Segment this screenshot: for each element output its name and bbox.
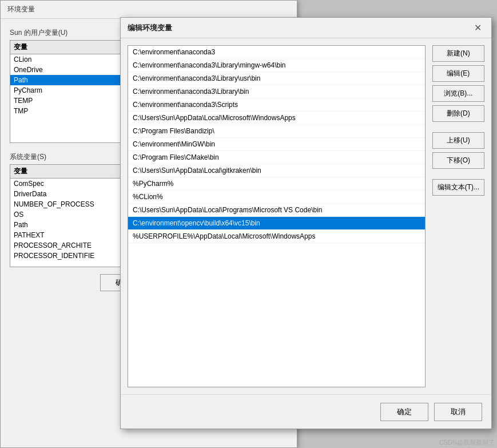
- path-item-8[interactable]: C:\Program Files\CMake\bin: [128, 151, 425, 164]
- edit-text-button[interactable]: 编辑文本(T)...: [432, 179, 484, 196]
- delete-button[interactable]: 删除(D): [432, 105, 484, 122]
- confirm-button[interactable]: 确定: [380, 403, 428, 421]
- new-button[interactable]: 新建(N): [432, 45, 484, 62]
- main-title-bar: 编辑环境变量 ✕: [121, 18, 491, 38]
- browse-button[interactable]: 浏览(B)...: [432, 85, 484, 102]
- path-item-2[interactable]: C:\environment\anaconda3\Library\usr\bin: [128, 72, 425, 85]
- path-item-14[interactable]: %USERPROFILE%\AppData\Local\Microsoft\Wi…: [128, 230, 425, 243]
- side-buttons: 新建(N) 编辑(E) 浏览(B)... 删除(D) 上移(U) 下移(O) 编…: [432, 45, 484, 387]
- bg-title-bar: 环境变量: [1, 1, 297, 19]
- path-item-1[interactable]: C:\environment\anaconda3\Library\mingw-w…: [128, 59, 425, 72]
- dialog-body: C:\environment\anaconda3 C:\environment\…: [121, 38, 491, 394]
- path-item-3[interactable]: C:\environment\anaconda3\Library\bin: [128, 85, 425, 98]
- path-item-13[interactable]: C:\environment\opencv\build\x64\vc15\bin: [128, 217, 425, 230]
- edit-button[interactable]: 编辑(E): [432, 65, 484, 82]
- path-item-10[interactable]: %PyCharm%: [128, 177, 425, 191]
- dialog-footer: 确定 取消: [121, 394, 491, 429]
- close-button[interactable]: ✕: [471, 21, 484, 35]
- main-dialog-title: 编辑环境变量: [128, 23, 172, 33]
- bg-window-title: 环境变量: [7, 5, 35, 14]
- move-up-button[interactable]: 上移(U): [432, 132, 484, 149]
- path-item-9[interactable]: C:\Users\Sun\AppData\Local\gitkraken\bin: [128, 164, 425, 177]
- path-item-6[interactable]: C:\Program Files\Bandizip\: [128, 125, 425, 138]
- main-dialog: 编辑环境变量 ✕ C:\environment\anaconda3 C:\env…: [120, 17, 492, 429]
- move-down-button[interactable]: 下移(O): [432, 152, 484, 169]
- path-list-container: C:\environment\anaconda3 C:\environment\…: [128, 45, 426, 387]
- path-item-11[interactable]: %CLion%: [128, 191, 425, 204]
- path-item-5[interactable]: C:\Users\Sun\AppData\Local\Microsoft\Win…: [128, 112, 425, 125]
- path-item-0[interactable]: C:\environment\anaconda3: [128, 46, 425, 59]
- cancel-button[interactable]: 取消: [434, 403, 482, 421]
- path-item-4[interactable]: C:\environment\anaconda3\Scripts: [128, 98, 425, 112]
- path-item-12[interactable]: C:\Users\Sun\AppData\Local\Programs\Micr…: [128, 204, 425, 217]
- path-item-7[interactable]: C:\environment\MinGW\bin: [128, 138, 425, 151]
- watermark: CSDN@我裂裂裂了: [439, 438, 495, 447]
